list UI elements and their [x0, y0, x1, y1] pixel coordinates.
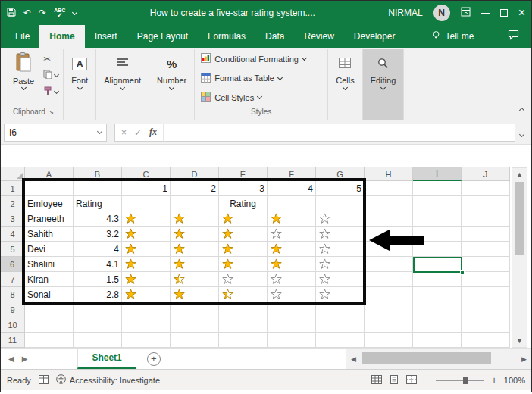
row-header-10[interactable]: 10 [1, 317, 25, 333]
cell-I7[interactable] [413, 272, 462, 287]
tab-data[interactable]: Data [255, 25, 294, 48]
formula-bar-expand-button[interactable] [515, 126, 528, 139]
cell-I1[interactable] [413, 181, 462, 196]
row-header-8[interactable]: 8 [1, 287, 25, 302]
cell-I9[interactable] [413, 302, 462, 317]
close-button[interactable]: × [518, 8, 525, 18]
tell-me[interactable]: Tell me [431, 25, 474, 48]
cell-D3[interactable] [171, 211, 219, 227]
cell-D4[interactable] [171, 227, 219, 242]
cell-C6[interactable] [122, 257, 171, 272]
cell-J6[interactable] [462, 257, 510, 272]
cell-J3[interactable] [462, 211, 510, 227]
vertical-scrollbar[interactable]: ▲ ▼ [512, 167, 527, 348]
cell-E9[interactable] [219, 302, 268, 317]
cell-D10[interactable] [171, 317, 219, 333]
cell-D6[interactable] [171, 257, 219, 272]
column-header-I[interactable]: I [413, 167, 462, 181]
font-group-button[interactable]: A Font [64, 49, 96, 120]
accessibility-status[interactable]: Accessibility: Investigate [56, 374, 160, 386]
cell-J1[interactable] [462, 181, 510, 196]
cell-E7[interactable] [219, 272, 268, 287]
cell-E10[interactable] [219, 317, 268, 333]
cell-E5[interactable] [219, 242, 268, 257]
cell-C9[interactable] [122, 302, 171, 317]
cell-J2[interactable] [462, 196, 510, 211]
cell-C8[interactable] [122, 287, 171, 302]
tab-page-layout[interactable]: Page Layout [127, 25, 198, 48]
vertical-scroll-thumb[interactable] [515, 182, 524, 255]
cell-F8[interactable] [268, 287, 316, 302]
cell-E4[interactable] [219, 227, 268, 242]
avatar[interactable]: N [433, 5, 450, 21]
cell-A6[interactable]: Shalini [25, 257, 74, 272]
cut-button[interactable]: ✂ [43, 54, 58, 64]
collapse-ribbon-button[interactable] [520, 102, 524, 115]
cell-F9[interactable] [268, 302, 316, 317]
comments-button[interactable] [508, 25, 531, 48]
minimize-button[interactable] [481, 13, 490, 14]
cell-B5[interactable]: 4 [74, 242, 122, 257]
insert-function-icon[interactable]: fx [149, 127, 157, 138]
tab-file[interactable]: File [5, 25, 39, 48]
save-icon[interactable] [7, 8, 16, 19]
cell-E1[interactable]: 3 [219, 181, 268, 196]
scroll-left-icon[interactable]: ◀ [346, 355, 361, 363]
cell-B10[interactable] [74, 317, 122, 333]
cell-H10[interactable] [365, 317, 413, 333]
number-group-button[interactable]: % Number [149, 49, 195, 120]
cell-H9[interactable] [365, 302, 413, 317]
tab-review[interactable]: Review [294, 25, 343, 48]
column-header-H[interactable]: H [365, 167, 413, 181]
tab-formulas[interactable]: Formulas [198, 25, 255, 48]
row-header-9[interactable]: 9 [1, 302, 25, 317]
column-header-J[interactable]: J [462, 167, 510, 181]
ribbon-display-options-icon[interactable] [461, 7, 471, 19]
cell-J8[interactable] [462, 287, 510, 302]
row-header-4[interactable]: 4 [1, 227, 25, 242]
cell-B9[interactable] [74, 302, 122, 317]
tab-insert[interactable]: Insert [85, 25, 127, 48]
clipboard-dialog-launcher[interactable]: ↘ [49, 108, 55, 116]
column-header-G[interactable]: G [316, 167, 365, 181]
new-sheet-button[interactable]: + [147, 352, 161, 366]
cell-A10[interactable] [25, 317, 74, 333]
cell-G2[interactable] [316, 196, 365, 211]
cell-A4[interactable]: Sahith [25, 227, 74, 242]
cell-B4[interactable]: 3.2 [74, 227, 122, 242]
zoom-out-button[interactable]: − [424, 374, 430, 386]
cell-B8[interactable]: 2.8 [74, 287, 122, 302]
cell-A5[interactable]: Devi [25, 242, 74, 257]
zoom-in-button[interactable]: + [491, 374, 497, 386]
cell-G8[interactable] [316, 287, 365, 302]
cell-G4[interactable] [316, 227, 365, 242]
paste-dropdown-icon[interactable] [21, 85, 27, 90]
column-header-E[interactable]: E [219, 167, 268, 181]
user-name[interactable]: NIRMAL [388, 8, 422, 18]
column-header-A[interactable]: A [25, 167, 74, 181]
cell-D1[interactable]: 2 [171, 181, 219, 196]
cell-I11[interactable] [413, 333, 462, 348]
zoom-slider[interactable] [436, 380, 484, 381]
prev-sheet-icon[interactable]: ◀ [8, 355, 14, 363]
cell-H11[interactable] [365, 333, 413, 348]
cell-G10[interactable] [316, 317, 365, 333]
cell-G3[interactable] [316, 211, 365, 227]
cell-E11[interactable] [219, 333, 268, 348]
row-header-6[interactable]: 6 [1, 257, 25, 272]
name-box[interactable]: I6 [4, 124, 107, 142]
cell-I10[interactable] [413, 317, 462, 333]
cell-I3[interactable] [413, 211, 462, 227]
cell-J11[interactable] [462, 333, 510, 348]
cell-F4[interactable] [268, 227, 316, 242]
fill-handle[interactable] [460, 270, 465, 275]
row-header-5[interactable]: 5 [1, 242, 25, 257]
cell-F1[interactable]: 4 [268, 181, 316, 196]
horizontal-scroll-thumb[interactable] [362, 352, 491, 364]
cell-E3[interactable] [219, 211, 268, 227]
cell-E6[interactable] [219, 257, 268, 272]
alignment-group-button[interactable]: Alignment [96, 49, 149, 120]
copy-button[interactable] [43, 70, 58, 81]
cell-H6[interactable] [365, 257, 413, 272]
redo-icon[interactable]: ↷ [39, 8, 46, 18]
